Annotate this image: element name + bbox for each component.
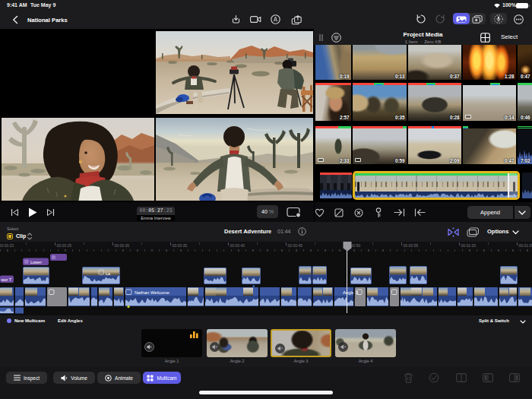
svg-text:wer T: wer T xyxy=(1,277,12,282)
svg-text:La: La xyxy=(106,271,111,276)
svg-text:Nathan Welcome: Nathan Welcome xyxy=(135,290,170,295)
svg-text:Angle 3: Angle 3 xyxy=(343,290,359,295)
svg-text:Lower: Lower xyxy=(30,260,42,264)
